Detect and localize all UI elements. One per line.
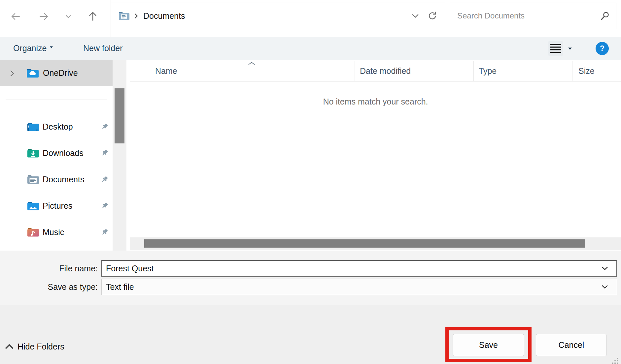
file-form-panel: File name: Save as type: Text file: [0, 251, 621, 305]
sidebar-item-label: Downloads: [43, 145, 84, 161]
arrow-left-icon: [10, 11, 21, 22]
sidebar-scrollbar-track[interactable]: [113, 60, 126, 251]
music-folder-icon: [27, 227, 39, 237]
horizontal-scrollbar-track[interactable]: [130, 237, 621, 250]
downloads-folder-icon: [27, 148, 39, 158]
navigation-bar: Documents: [0, 0, 621, 37]
help-button[interactable]: ?: [596, 42, 609, 55]
sidebar-item-label: OneDrive: [43, 60, 78, 86]
column-divider[interactable]: [473, 61, 474, 81]
search-icon[interactable]: [600, 11, 610, 21]
question-mark-glyph: ?: [600, 44, 605, 53]
back-button[interactable]: [9, 10, 23, 23]
file-name-dropdown-chevron[interactable]: [602, 266, 608, 270]
column-header-size[interactable]: Size: [578, 66, 595, 76]
pin-icon[interactable]: [100, 122, 109, 131]
sidebar-item-desktop[interactable]: Desktop: [0, 119, 112, 134]
onedrive-folder-icon: [26, 68, 39, 78]
address-bar[interactable]: Documents: [111, 3, 445, 29]
chevron-down-icon: [65, 15, 71, 18]
sidebar-item-label: Documents: [43, 172, 84, 187]
caret-down-icon: [50, 46, 53, 48]
organize-label: Organize: [13, 44, 47, 53]
hide-folders-button[interactable]: Hide Folders: [3, 338, 66, 355]
refresh-button[interactable]: [423, 3, 442, 29]
file-name-input[interactable]: [101, 260, 617, 277]
save-as-type-value: Text file: [106, 282, 134, 291]
list-view-icon: [550, 44, 561, 53]
column-header-type[interactable]: Type: [479, 66, 497, 76]
sidebar-item-label: Pictures: [43, 198, 72, 213]
chevron-down-icon: [412, 14, 419, 18]
sort-ascending-icon: [248, 62, 255, 65]
arrow-up-icon: [87, 11, 99, 22]
pin-icon[interactable]: [100, 228, 109, 237]
hide-folders-label: Hide Folders: [17, 342, 64, 351]
address-dropdown-button[interactable]: [408, 3, 423, 29]
chevron-up-icon: [5, 344, 14, 349]
sidebar-item-music[interactable]: Music: [0, 225, 112, 240]
arrow-right-icon: [38, 11, 49, 22]
forward-button[interactable]: [36, 10, 51, 23]
breadcrumb-chevron-icon: [134, 13, 138, 19]
sidebar-item-onedrive[interactable]: OneDrive: [0, 60, 113, 86]
view-options-caret[interactable]: [568, 47, 572, 50]
pin-icon[interactable]: [100, 149, 109, 158]
search-box: [450, 3, 616, 29]
sidebar-item-label: Desktop: [43, 119, 73, 134]
save-as-dialog: Documents: [0, 0, 621, 364]
file-name-label: File name:: [13, 260, 98, 277]
new-folder-button[interactable]: New folder: [83, 37, 123, 60]
organize-button[interactable]: Organize: [13, 37, 53, 60]
pictures-folder-icon: [27, 201, 39, 211]
caret-down-icon: [568, 47, 572, 50]
cancel-button[interactable]: Cancel: [536, 334, 607, 356]
documents-folder-icon: [27, 174, 39, 184]
sidebar-item-label: Music: [43, 225, 64, 240]
documents-folder-icon: [119, 11, 130, 20]
pin-icon[interactable]: [100, 201, 109, 210]
save-as-type-label: Save as type:: [13, 279, 98, 295]
column-divider[interactable]: [355, 61, 355, 81]
sidebar-item-downloads[interactable]: Downloads: [0, 145, 112, 161]
column-divider[interactable]: [572, 61, 572, 81]
view-mode-button[interactable]: [548, 41, 563, 56]
new-folder-label: New folder: [83, 44, 123, 53]
resize-grip[interactable]: [612, 357, 618, 364]
dialog-body: OneDrive Desktop: [0, 60, 621, 251]
sidebar-item-documents[interactable]: Documents: [0, 172, 112, 187]
breadcrumb-segment[interactable]: Documents: [143, 11, 185, 21]
dialog-footer: Hide Folders Save Cancel: [0, 305, 621, 364]
refresh-icon: [427, 11, 438, 21]
save-button[interactable]: Save: [453, 334, 524, 356]
save-as-type-select[interactable]: Text file: [101, 279, 617, 295]
column-header-name[interactable]: Name: [155, 66, 177, 76]
search-input[interactable]: [450, 3, 603, 29]
command-toolbar: Organize New folder ?: [0, 37, 621, 60]
sidebar-item-pictures[interactable]: Pictures: [0, 198, 112, 213]
sidebar-separator: [6, 100, 107, 100]
header-underline: [130, 81, 621, 82]
up-button[interactable]: [86, 10, 100, 23]
save-as-type-dropdown-chevron[interactable]: [602, 285, 608, 289]
expand-chevron-icon[interactable]: [9, 69, 15, 77]
sidebar-scrollbar-thumb[interactable]: [115, 88, 124, 143]
horizontal-scrollbar-thumb[interactable]: [144, 239, 585, 248]
column-header-date-modified[interactable]: Date modified: [360, 66, 411, 76]
empty-list-message: No items match your search.: [130, 97, 621, 106]
desktop-folder-icon: [27, 122, 39, 132]
pin-icon[interactable]: [100, 175, 109, 184]
recent-locations-button[interactable]: [61, 12, 75, 21]
